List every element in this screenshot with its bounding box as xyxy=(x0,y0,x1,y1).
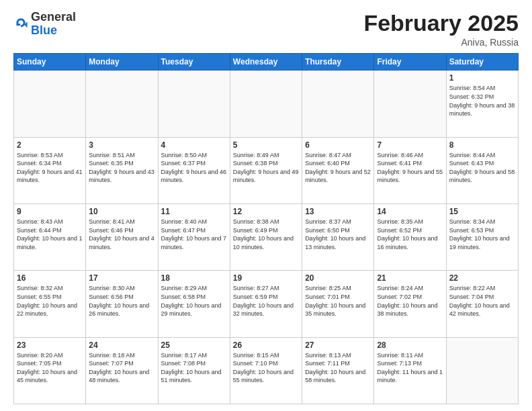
day-number: 2 xyxy=(17,140,83,150)
day-number: 13 xyxy=(305,207,371,216)
day-cell: 22Sunrise: 8:22 AM Sunset: 7:04 PM Dayli… xyxy=(446,271,518,337)
day-info: Sunrise: 8:41 AM Sunset: 6:46 PM Dayligh… xyxy=(89,218,154,251)
day-cell xyxy=(230,71,302,137)
day-cell: 4Sunrise: 8:50 AM Sunset: 6:37 PM Daylig… xyxy=(158,137,230,203)
day-cell: 9Sunrise: 8:43 AM Sunset: 6:44 PM Daylig… xyxy=(14,204,86,271)
day-info: Sunrise: 8:53 AM Sunset: 6:34 PM Dayligh… xyxy=(17,151,83,185)
day-number: 10 xyxy=(89,207,154,216)
day-cell: 8Sunrise: 8:44 AM Sunset: 6:43 PM Daylig… xyxy=(446,137,518,203)
day-number: 27 xyxy=(305,340,371,350)
day-number: 7 xyxy=(377,140,443,150)
header: General Blue February 2025 Aniva, Russia xyxy=(13,11,519,48)
day-cell xyxy=(302,71,374,137)
title-block: February 2025 Aniva, Russia xyxy=(363,11,519,48)
day-cell: 28Sunrise: 8:11 AM Sunset: 7:13 PM Dayli… xyxy=(374,337,446,404)
day-number: 18 xyxy=(161,273,227,283)
day-cell: 10Sunrise: 8:41 AM Sunset: 6:46 PM Dayli… xyxy=(86,204,158,271)
day-info: Sunrise: 8:18 AM Sunset: 7:07 PM Dayligh… xyxy=(89,351,154,385)
day-info: Sunrise: 8:24 AM Sunset: 7:02 PM Dayligh… xyxy=(377,284,443,318)
logo-blue: Blue xyxy=(31,24,57,37)
day-info: Sunrise: 8:20 AM Sunset: 7:05 PM Dayligh… xyxy=(17,351,83,385)
week-row-3: 9Sunrise: 8:43 AM Sunset: 6:44 PM Daylig… xyxy=(14,204,519,271)
day-cell xyxy=(446,337,518,404)
day-cell: 17Sunrise: 8:30 AM Sunset: 6:56 PM Dayli… xyxy=(86,271,158,337)
day-cell: 14Sunrise: 8:35 AM Sunset: 6:52 PM Dayli… xyxy=(374,204,446,271)
day-number: 11 xyxy=(161,207,227,216)
day-cell: 16Sunrise: 8:32 AM Sunset: 6:55 PM Dayli… xyxy=(14,271,86,337)
day-number: 21 xyxy=(377,273,443,283)
day-number: 28 xyxy=(377,340,443,350)
logo-icon xyxy=(13,17,28,32)
day-number: 5 xyxy=(233,140,299,150)
day-cell: 19Sunrise: 8:27 AM Sunset: 6:59 PM Dayli… xyxy=(230,271,302,337)
logo-text-block: General Blue xyxy=(31,11,76,38)
day-info: Sunrise: 8:37 AM Sunset: 6:50 PM Dayligh… xyxy=(305,218,371,251)
day-info: Sunrise: 8:54 AM Sunset: 6:32 PM Dayligh… xyxy=(449,84,515,118)
day-cell: 26Sunrise: 8:15 AM Sunset: 7:10 PM Dayli… xyxy=(230,337,302,404)
day-info: Sunrise: 8:17 AM Sunset: 7:08 PM Dayligh… xyxy=(161,351,227,385)
day-info: Sunrise: 8:27 AM Sunset: 6:59 PM Dayligh… xyxy=(233,284,299,318)
day-cell: 23Sunrise: 8:20 AM Sunset: 7:05 PM Dayli… xyxy=(14,337,86,404)
day-info: Sunrise: 8:44 AM Sunset: 6:43 PM Dayligh… xyxy=(449,151,515,185)
weekday-header-wednesday: Wednesday xyxy=(230,54,302,71)
day-cell: 6Sunrise: 8:47 AM Sunset: 6:40 PM Daylig… xyxy=(302,137,374,203)
page: General Blue February 2025 Aniva, Russia… xyxy=(0,0,532,411)
day-info: Sunrise: 8:50 AM Sunset: 6:37 PM Dayligh… xyxy=(161,151,227,185)
day-info: Sunrise: 8:49 AM Sunset: 6:38 PM Dayligh… xyxy=(233,151,299,185)
weekday-header-tuesday: Tuesday xyxy=(158,54,230,71)
day-cell: 1Sunrise: 8:54 AM Sunset: 6:32 PM Daylig… xyxy=(446,71,518,137)
day-info: Sunrise: 8:40 AM Sunset: 6:47 PM Dayligh… xyxy=(161,218,227,251)
day-number: 14 xyxy=(377,207,443,216)
day-cell: 5Sunrise: 8:49 AM Sunset: 6:38 PM Daylig… xyxy=(230,137,302,203)
month-title: February 2025 xyxy=(363,11,519,36)
day-info: Sunrise: 8:47 AM Sunset: 6:40 PM Dayligh… xyxy=(305,151,371,185)
day-cell xyxy=(14,71,86,137)
weekday-header-friday: Friday xyxy=(374,54,446,71)
weekday-header-row: SundayMondayTuesdayWednesdayThursdayFrid… xyxy=(14,54,519,71)
day-number: 8 xyxy=(449,140,515,150)
day-number: 17 xyxy=(89,273,154,283)
day-info: Sunrise: 8:29 AM Sunset: 6:58 PM Dayligh… xyxy=(161,284,227,318)
day-cell: 7Sunrise: 8:46 AM Sunset: 6:41 PM Daylig… xyxy=(374,137,446,203)
weekday-header-sunday: Sunday xyxy=(14,54,86,71)
day-number: 6 xyxy=(305,140,371,150)
day-cell: 11Sunrise: 8:40 AM Sunset: 6:47 PM Dayli… xyxy=(158,204,230,271)
day-cell: 18Sunrise: 8:29 AM Sunset: 6:58 PM Dayli… xyxy=(158,271,230,337)
location: Aniva, Russia xyxy=(363,37,519,48)
day-cell: 15Sunrise: 8:34 AM Sunset: 6:53 PM Dayli… xyxy=(446,204,518,271)
day-cell xyxy=(158,71,230,137)
day-info: Sunrise: 8:11 AM Sunset: 7:13 PM Dayligh… xyxy=(377,351,443,385)
week-row-2: 2Sunrise: 8:53 AM Sunset: 6:34 PM Daylig… xyxy=(14,137,519,203)
day-number: 3 xyxy=(89,140,154,150)
day-cell: 12Sunrise: 8:38 AM Sunset: 6:49 PM Dayli… xyxy=(230,204,302,271)
day-info: Sunrise: 8:22 AM Sunset: 7:04 PM Dayligh… xyxy=(449,284,515,318)
day-number: 4 xyxy=(161,140,227,150)
day-cell xyxy=(374,71,446,137)
week-row-4: 16Sunrise: 8:32 AM Sunset: 6:55 PM Dayli… xyxy=(14,271,519,337)
day-cell: 21Sunrise: 8:24 AM Sunset: 7:02 PM Dayli… xyxy=(374,271,446,337)
logo-text: General Blue xyxy=(31,11,76,38)
day-number: 15 xyxy=(449,207,515,216)
logo: General Blue xyxy=(13,11,76,38)
day-cell xyxy=(86,71,158,137)
day-info: Sunrise: 8:46 AM Sunset: 6:41 PM Dayligh… xyxy=(377,151,443,185)
week-row-1: 1Sunrise: 8:54 AM Sunset: 6:32 PM Daylig… xyxy=(14,71,519,137)
day-number: 23 xyxy=(17,340,83,350)
day-info: Sunrise: 8:32 AM Sunset: 6:55 PM Dayligh… xyxy=(17,284,83,318)
day-cell: 2Sunrise: 8:53 AM Sunset: 6:34 PM Daylig… xyxy=(14,137,86,203)
weekday-header-thursday: Thursday xyxy=(302,54,374,71)
day-number: 19 xyxy=(233,273,299,283)
calendar: SundayMondayTuesdayWednesdayThursdayFrid… xyxy=(13,53,519,404)
day-cell: 20Sunrise: 8:25 AM Sunset: 7:01 PM Dayli… xyxy=(302,271,374,337)
weekday-header-saturday: Saturday xyxy=(446,54,518,71)
day-cell: 24Sunrise: 8:18 AM Sunset: 7:07 PM Dayli… xyxy=(86,337,158,404)
day-info: Sunrise: 8:13 AM Sunset: 7:11 PM Dayligh… xyxy=(305,351,371,385)
day-info: Sunrise: 8:15 AM Sunset: 7:10 PM Dayligh… xyxy=(233,351,299,385)
day-number: 20 xyxy=(305,273,371,283)
day-info: Sunrise: 8:38 AM Sunset: 6:49 PM Dayligh… xyxy=(233,218,299,251)
day-cell: 13Sunrise: 8:37 AM Sunset: 6:50 PM Dayli… xyxy=(302,204,374,271)
day-info: Sunrise: 8:25 AM Sunset: 7:01 PM Dayligh… xyxy=(305,284,371,318)
day-info: Sunrise: 8:51 AM Sunset: 6:35 PM Dayligh… xyxy=(89,151,154,185)
day-number: 24 xyxy=(89,340,154,350)
day-number: 1 xyxy=(449,73,515,83)
